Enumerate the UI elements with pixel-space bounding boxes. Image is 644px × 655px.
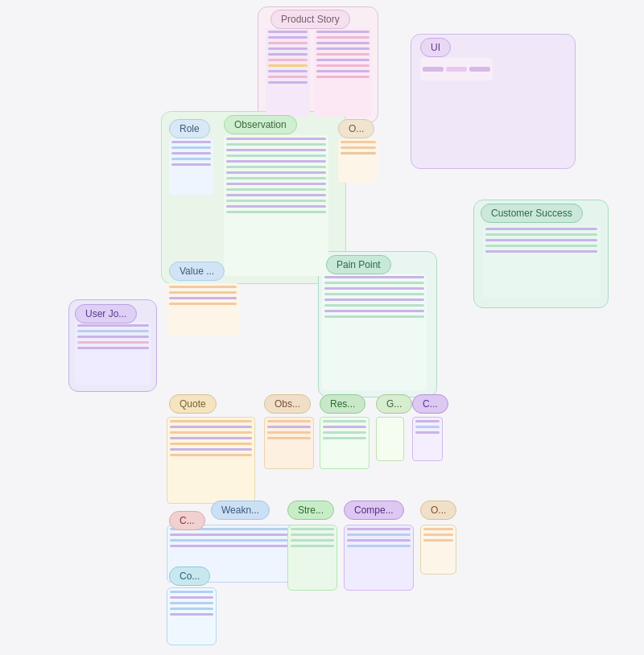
res-label: Res... <box>320 394 365 414</box>
c-tag-label: C... <box>412 394 448 414</box>
obs-short-label: O... <box>338 119 374 138</box>
quote-label: Quote <box>169 394 217 414</box>
compe-label: Compe... <box>344 501 404 520</box>
role-label: Role <box>169 119 210 138</box>
stre-label: Stre... <box>287 501 334 520</box>
value-label: Value ... <box>169 262 225 281</box>
pain-point-label: Pain Point <box>326 255 391 274</box>
co-tag-label: Co... <box>169 566 210 586</box>
observation-label: Observation <box>224 115 297 134</box>
o2-tag-label: O... <box>420 501 456 520</box>
g-label: G... <box>376 394 412 414</box>
user-journey-label: User Jo... <box>75 304 137 323</box>
weakn-label: Weakn... <box>211 501 270 520</box>
canvas: Product Story UI Observation Role O... <box>0 0 644 655</box>
customer-success-label: Customer Success <box>481 204 583 223</box>
product-story-label: Product Story <box>270 10 350 29</box>
c2-tag-label: C... <box>169 511 205 530</box>
obs2-label: Obs... <box>264 394 311 414</box>
ui-label: UI <box>420 38 451 57</box>
